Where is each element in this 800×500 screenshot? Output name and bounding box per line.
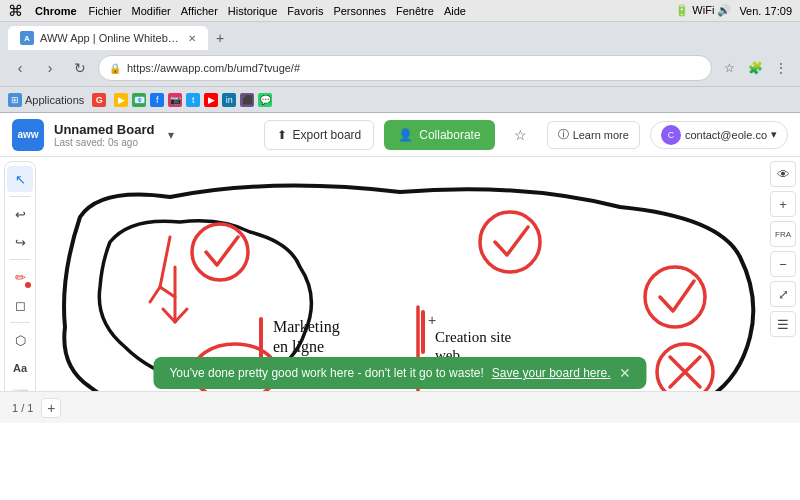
tab-favicon: A — [20, 31, 34, 45]
menu-afficher[interactable]: Afficher — [181, 5, 218, 17]
learn-more-button[interactable]: ⓘ Learn more — [547, 121, 640, 149]
svg-text:Creation site: Creation site — [435, 329, 512, 345]
browser-right-icons: ☆ 🧩 ⋮ — [718, 57, 792, 79]
export-label: Export board — [293, 128, 362, 142]
board-name: Unnamed Board — [54, 122, 154, 137]
forward-button[interactable]: › — [38, 56, 62, 80]
address-bar[interactable]: 🔒 https://awwapp.com/b/umd7tvuge/# — [98, 55, 712, 81]
bottom-bar: 1 / 1 + — [0, 391, 800, 423]
browser-menu-button[interactable]: ⋮ — [770, 57, 792, 79]
collaborate-icon: 👤 — [398, 128, 413, 142]
board-info: Unnamed Board Last saved: 0s ago — [54, 122, 154, 148]
bookmark-g-favicon: G — [92, 93, 106, 107]
bookmarks-bar: ⊞ Applications G ▶ 📧 f 📷 t ▶ in ⬛ 💬 — [0, 86, 800, 112]
svg-text:+: + — [428, 312, 436, 328]
tab-bar: A AWW App | Online Whiteboar... ✕ + — [0, 22, 800, 50]
eraser-tool-button[interactable]: ◻ — [7, 292, 33, 318]
new-tab-button[interactable]: + — [208, 26, 232, 50]
user-email: contact@eole.co — [685, 129, 767, 141]
toast-message: You've done pretty good work here - don'… — [169, 366, 483, 380]
os-menubar: ⌘ Chrome Fichier Modifier Afficher Histo… — [0, 0, 800, 22]
info-icon: ⓘ — [558, 127, 569, 142]
select-tool-button[interactable]: ↖ — [7, 166, 33, 192]
text-tool-button[interactable]: Aa — [7, 355, 33, 381]
back-button[interactable]: ‹ — [8, 56, 32, 80]
date-time: Ven. 17:09 — [739, 5, 792, 17]
board-dropdown-arrow[interactable]: ▾ — [168, 128, 174, 142]
menu-items: Fichier Modifier Afficher Historique Fav… — [89, 5, 466, 17]
tab-close-button[interactable]: ✕ — [188, 33, 196, 44]
menu-fichier[interactable]: Fichier — [89, 5, 122, 17]
user-account-button[interactable]: C contact@eole.co ▾ — [650, 121, 788, 149]
browser-chrome: A AWW App | Online Whiteboar... ✕ + ‹ › … — [0, 22, 800, 113]
user-initials: C — [668, 130, 675, 140]
undo-button[interactable]: ↩ — [7, 201, 33, 227]
bookmark-star-button[interactable]: ☆ — [718, 57, 740, 79]
extension-button[interactable]: 🧩 — [744, 57, 766, 79]
svg-text:Marketing: Marketing — [273, 318, 340, 336]
canvas-area[interactable]: ↖ ↩ ↪ ✏ ◻ ⬡ Aa ⬜ + 👁 + FRA − ⤢ ☰ — [0, 157, 800, 423]
system-icons: 🔋 WiFi 🔊 — [675, 4, 731, 17]
svg-point-2 — [480, 212, 540, 272]
account-dropdown-arrow: ▾ — [771, 128, 777, 141]
bookmark-favicon: ⊞ — [8, 93, 22, 107]
bookmark-label: Applications — [25, 94, 84, 106]
fit-to-screen-button[interactable]: ⤢ — [770, 281, 796, 307]
toast-close-button[interactable]: ✕ — [619, 365, 631, 381]
notifications-button[interactable]: ☆ — [505, 119, 537, 151]
bookmark-applications[interactable]: ⊞ Applications — [8, 93, 84, 107]
address-bar-row: ‹ › ↻ 🔒 https://awwapp.com/b/umd7tvuge/#… — [0, 50, 800, 86]
export-board-button[interactable]: ⬆ Export board — [264, 120, 375, 150]
left-toolbar: ↖ ↩ ↪ ✏ ◻ ⬡ Aa ⬜ + — [4, 161, 36, 423]
learn-more-label: Learn more — [573, 129, 629, 141]
app-header: aww Unnamed Board Last saved: 0s ago ▾ ⬆… — [0, 113, 800, 157]
toolbar-divider — [10, 196, 30, 197]
svg-point-1 — [192, 224, 248, 280]
toast-save-link[interactable]: Save your board here. — [492, 366, 611, 380]
collaborate-button[interactable]: 👤 Collaborate — [384, 120, 494, 150]
menu-modifier[interactable]: Modifier — [132, 5, 171, 17]
add-page-button[interactable]: + — [41, 398, 61, 418]
svg-point-3 — [645, 267, 705, 327]
eye-button[interactable]: 👁 — [770, 161, 796, 187]
redo-button[interactable]: ↪ — [7, 229, 33, 255]
app-logo: aww — [12, 119, 44, 151]
svg-text:en ligne: en ligne — [273, 338, 324, 356]
export-icon: ⬆ — [277, 128, 287, 142]
toolbar-divider-3 — [10, 322, 30, 323]
user-avatar: C — [661, 125, 681, 145]
toolbar-divider-2 — [10, 259, 30, 260]
pan-tool-button[interactable]: ☰ — [770, 311, 796, 337]
right-toolbar: 👁 + FRA − ⤢ ☰ — [770, 161, 796, 337]
apple-icon: ⌘ — [8, 2, 23, 20]
toast-notification: You've done pretty good work here - don'… — [153, 357, 646, 389]
app-name: Chrome — [35, 5, 77, 17]
pen-tool-button[interactable]: ✏ — [7, 264, 33, 290]
tab-title: AWW App | Online Whiteboar... — [40, 32, 182, 44]
zoom-level-label: FRA — [770, 221, 796, 247]
menu-favoris[interactable]: Favoris — [287, 5, 323, 17]
board-saved-time: Last saved: 0s ago — [54, 137, 154, 148]
menubar-right: 🔋 WiFi 🔊 Ven. 17:09 — [675, 4, 792, 17]
url-text: https://awwapp.com/b/umd7tvuge/# — [127, 62, 701, 74]
zoom-out-button[interactable]: − — [770, 251, 796, 277]
active-tab[interactable]: A AWW App | Online Whiteboar... ✕ — [8, 26, 208, 50]
reload-button[interactable]: ↻ — [68, 56, 92, 80]
zoom-in-button[interactable]: + — [770, 191, 796, 217]
menu-historique[interactable]: Historique — [228, 5, 278, 17]
page-indicator: 1 / 1 — [12, 402, 33, 414]
bookmark-icons: ▶ 📧 f 📷 t ▶ in ⬛ 💬 — [114, 93, 272, 107]
collaborate-label: Collaborate — [419, 128, 480, 142]
menu-aide[interactable]: Aide — [444, 5, 466, 17]
shapes-tool-button[interactable]: ⬡ — [7, 327, 33, 353]
menu-fenetre[interactable]: Fenêtre — [396, 5, 434, 17]
menu-personnes[interactable]: Personnes — [333, 5, 386, 17]
logo-text: aww — [17, 129, 38, 140]
ssl-lock-icon: 🔒 — [109, 63, 121, 74]
bookmark-g[interactable]: G — [92, 93, 106, 107]
